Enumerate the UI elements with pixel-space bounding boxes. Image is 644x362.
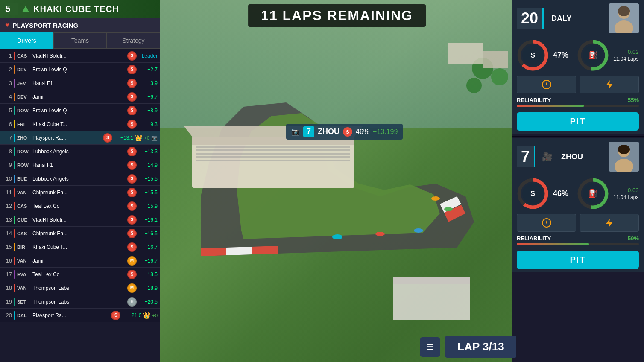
svg-point-10 [332,234,342,239]
tire-gauge-daly: S [517,39,549,71]
popup-driver-name: ZHOU [318,127,340,136]
table-row[interactable]: 7 ZHO Playsport Ra... S +13.1 👑 +0 📷 [0,131,160,145]
table-row[interactable]: 3 JEV Hansi F1 S +3.9 [0,76,160,90]
table-row[interactable]: 2 DEV Brown Lewis Q S +2.7 [0,63,160,76]
menu-button[interactable]: ☰ [420,337,440,357]
svg-marker-36 [606,80,613,89]
tab-teams[interactable]: Teams [53,32,107,49]
tire-badge: H [127,297,137,307]
svg-point-20 [466,78,482,93]
tire-badge: S [127,161,137,170]
reliability-daly: RELIABILITY 55% [512,95,644,109]
team-color [14,147,15,156]
svg-marker-50 [606,219,613,227]
tire-pct-zhou: 46% [553,189,568,198]
svg-rect-5 [196,146,350,148]
table-row[interactable]: 16 VAN Jamil M +16.7 [0,254,160,268]
table-row[interactable]: 15 BIR Khaki Cube T... S +16.7 [0,240,160,254]
team-color [14,311,15,320]
table-row[interactable]: 19 SET Thompson Labs H +20.5 [0,295,160,309]
team-name: KHAKI CUBE TECH [33,4,119,14]
table-row[interactable]: 12 CAS Teal Lex Co S +15.9 [0,199,160,213]
boost-button-zhou[interactable] [580,214,639,232]
speed-button-daly[interactable] [517,76,576,93]
table-row[interactable]: 10 BUE Lubbock Angels S +15.5 [0,172,160,186]
svg-rect-9 [196,160,350,161]
tire-badge: S [127,242,137,252]
pit-button-zhou[interactable]: PIT [517,251,639,269]
tire-badge: S [127,120,137,129]
table-row[interactable]: 20 DAL Playsport Ra... S +21.0 👑 +0 [0,309,160,322]
fuel-gauge-zhou: ⛽ [577,178,609,210]
team-color [14,175,15,183]
driver-name-zhou: ZHOU [561,152,605,161]
track-driver-popup[interactable]: 📷 7 ZHOU S 46% +13.199 [286,124,403,140]
team-color [14,120,15,128]
playsport-name: PLAYSPORT RACING [13,22,79,29]
heart-icon: ♥ [5,21,9,29]
tire-badge: S [127,215,137,225]
divider [512,136,644,137]
position-badge: 5 [5,3,18,15]
camera-icon-zhou: 🎥 [539,152,555,162]
table-row[interactable]: 1 CAS VladRTSoluti... S Leader [0,49,160,63]
svg-point-14 [431,196,440,201]
tire-badge: S [111,311,120,320]
driver-header-daly: 20 DALY [512,0,644,37]
tire-gauge-zhou: S [517,178,549,210]
svg-point-19 [491,68,508,85]
table-row[interactable]: 14 CAS Chipmunk En... S +16.5 [0,227,160,240]
table-row[interactable]: 13 GUE VladRTSoluti... S +16.1 [0,213,160,227]
reliability-fill-daly [517,105,584,107]
laps-remaining-banner: 11 LAPS REMAINING [248,4,426,27]
table-row[interactable]: 18 VAN Thompson Labs M +18.9 [0,281,160,295]
team-color [14,79,15,88]
lap-counter: LAP 3/13 [445,336,516,358]
popup-tire-badge: S [343,127,352,137]
table-row[interactable]: 4 DEV Jamil S +6.7 [0,90,160,104]
table-row[interactable]: 5 ROW Brown Lewis Q S +8.9 [0,104,160,117]
tire-badge: S [127,188,137,197]
reliability-zhou: RELIABILITY 59% [512,234,644,247]
table-row[interactable]: 9 ROW Hansi F1 S +14.9 [0,158,160,172]
table-row[interactable]: 17 EVA Teal Lex Co S +18.5 [0,268,160,281]
tire-badge: S [127,79,137,88]
fuel-laps-daly: 11.04 Laps [613,56,638,62]
fuel-delta-daly: +0.02 [625,49,639,55]
tab-drivers[interactable]: Drivers [0,32,53,49]
team-color [14,134,15,142]
camera-icon: 📷 [151,135,158,141]
driver-number-daly: 20 [517,8,544,29]
tire-badge: S [127,147,137,156]
boost-button-daly[interactable] [580,76,639,93]
team-color [14,216,15,224]
table-row[interactable]: 6 FRI Khaki Cube T... S +9.3 [0,117,160,131]
tab-strategy[interactable]: Strategy [107,32,160,49]
svg-rect-22 [483,51,508,68]
tire-badge: S [103,133,112,143]
driver-number-zhou: 7 [517,146,535,167]
table-row[interactable]: 8 ROW Lubbock Angels S +13.3 [0,145,160,158]
svg-text:⛽: ⛽ [588,189,598,198]
crown-icon: 👑 [135,134,142,141]
position-up-arrow [22,6,29,12]
camera-popup-icon: 📷 [291,128,300,136]
driver-card-daly: 20 DALY [512,0,644,134]
tire-badge: S [127,92,137,102]
team-color [14,270,15,279]
speed-button-zhou[interactable] [517,214,576,232]
svg-text:S: S [530,190,535,197]
svg-rect-8 [196,156,350,158]
svg-rect-6 [196,149,350,151]
driver-card-zhou: 7 🎥 ZHOU [512,138,644,272]
crown-icon: 👑 [143,312,150,319]
avatar-daly [609,3,639,33]
action-buttons-zhou [512,212,644,234]
table-row[interactable]: 11 VAN Chipmunk En... S +15.5 [0,186,160,199]
svg-point-12 [414,228,423,233]
action-buttons-daly [512,74,644,95]
svg-point-11 [375,232,385,236]
gauges-daly: S 47% ⛽ +0.02 11.04 Laps [512,37,644,74]
pit-button-daly[interactable]: PIT [517,112,639,131]
tire-badge: S [127,106,137,115]
